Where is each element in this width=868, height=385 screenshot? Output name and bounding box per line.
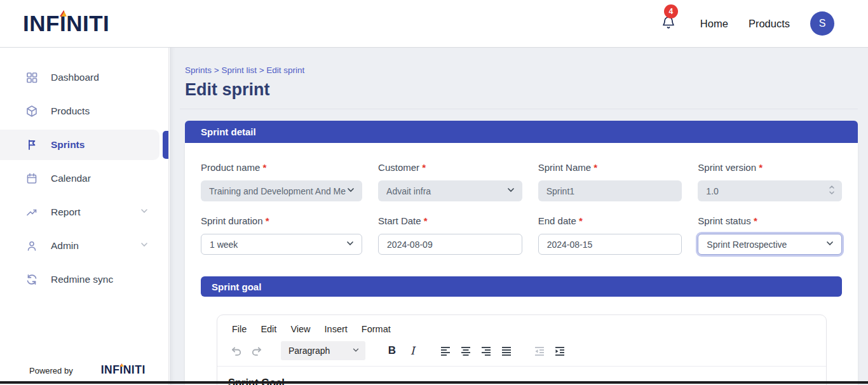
sprint-detail-header: Sprint detail bbox=[185, 121, 858, 143]
sprint-status-select[interactable]: Sprint Retrospective bbox=[698, 234, 842, 255]
editor-menu-format[interactable]: Format bbox=[356, 321, 397, 337]
sprint-version-stepper[interactable]: 1.0 bbox=[698, 180, 842, 201]
start-date-input[interactable]: 2024-08-09 bbox=[378, 234, 522, 255]
field-sprint-name: Sprint Name * Sprint1 bbox=[538, 162, 682, 201]
bell-icon bbox=[661, 21, 676, 32]
page-title: Edit sprint bbox=[185, 80, 858, 100]
main-content: Sprints > Sprint list > Edit sprint Edit… bbox=[170, 48, 868, 385]
editor-menubar: File Edit View Insert Format bbox=[217, 315, 826, 338]
outdent-icon[interactable] bbox=[529, 341, 550, 360]
admin-icon bbox=[25, 240, 38, 252]
align-justify-icon[interactable] bbox=[496, 341, 517, 360]
align-left-icon[interactable] bbox=[435, 341, 456, 360]
chevron-down-icon bbox=[351, 346, 360, 356]
editor-menu-file[interactable]: File bbox=[226, 321, 252, 337]
editor-menu-insert[interactable]: Insert bbox=[319, 321, 353, 337]
sprint-detail-form: Product name * Training and Development … bbox=[185, 143, 858, 276]
editor-menu-edit[interactable]: Edit bbox=[255, 321, 282, 337]
powered-by-logo: INFINITI bbox=[101, 363, 146, 377]
chevron-down-icon bbox=[139, 240, 149, 252]
sprint-goal-header: Sprint goal bbox=[201, 276, 842, 297]
calendar-icon bbox=[25, 172, 38, 185]
sidebar-item-dashboard[interactable]: Dashboard bbox=[0, 62, 159, 93]
sidebar-item-redmine-sync[interactable]: Redmine sync bbox=[0, 264, 159, 295]
field-sprint-duration: Sprint duration * 1 week bbox=[201, 215, 362, 255]
sprint-detail-card: Sprint detail Product name * Training an… bbox=[185, 121, 858, 385]
align-right-icon[interactable] bbox=[476, 341, 496, 360]
bold-button[interactable]: B bbox=[382, 341, 402, 360]
field-start-date: Start Date * 2024-08-09 bbox=[378, 215, 522, 255]
dashboard-icon bbox=[25, 71, 38, 84]
field-end-date: End date * 2024-08-15 bbox=[538, 215, 682, 255]
redo-icon[interactable] bbox=[247, 341, 267, 360]
stepper-arrows-icon bbox=[828, 184, 836, 198]
field-sprint-version: Sprint version * 1.0 bbox=[698, 162, 842, 201]
sidebar: Dashboard Products Sprints bbox=[0, 48, 169, 385]
rich-text-editor: File Edit View Insert Format bbox=[217, 314, 827, 385]
chevron-down-icon bbox=[139, 206, 149, 219]
sidebar-item-admin[interactable]: Admin bbox=[0, 231, 159, 261]
chevron-down-icon bbox=[345, 238, 355, 250]
active-indicator bbox=[163, 131, 168, 159]
app-logo: INFINITI bbox=[23, 11, 109, 36]
undo-icon[interactable] bbox=[226, 341, 247, 360]
top-header: INFINITI 4 Home Products S bbox=[0, 0, 868, 48]
field-customer: Customer * Advait infra bbox=[378, 162, 522, 201]
sidebar-item-calendar[interactable]: Calendar bbox=[0, 163, 159, 194]
sync-icon bbox=[25, 273, 38, 286]
field-product-name: Product name * Training and Development … bbox=[201, 162, 362, 201]
sprint-duration-select[interactable]: 1 week bbox=[201, 234, 362, 255]
logo-accent-icon: I bbox=[60, 11, 66, 36]
powered-by: Powered by INFINITI bbox=[29, 363, 146, 377]
products-icon bbox=[25, 105, 38, 118]
breadcrumb[interactable]: Sprints > Sprint list > Edit sprint bbox=[185, 65, 858, 75]
editor-toolbar: Paragraph B I bbox=[217, 338, 826, 367]
chevron-down-icon bbox=[506, 185, 516, 197]
sidebar-item-report[interactable]: Report bbox=[0, 197, 159, 227]
notifications-button[interactable]: 4 bbox=[661, 15, 676, 32]
end-date-input[interactable]: 2024-08-15 bbox=[538, 234, 682, 255]
notification-badge: 4 bbox=[664, 4, 678, 18]
user-avatar[interactable]: S bbox=[810, 11, 834, 36]
customer-select[interactable]: Advait infra bbox=[378, 180, 522, 201]
sidebar-item-sprints[interactable]: Sprints bbox=[0, 130, 159, 160]
divider bbox=[180, 109, 858, 109]
nav-home-link[interactable]: Home bbox=[700, 18, 728, 30]
editor-menu-view[interactable]: View bbox=[285, 321, 316, 337]
align-center-icon[interactable] bbox=[456, 341, 476, 360]
report-icon bbox=[25, 206, 38, 219]
chevron-down-icon bbox=[825, 238, 835, 250]
chevron-down-icon bbox=[346, 185, 356, 197]
indent-icon[interactable] bbox=[550, 341, 570, 360]
nav-products-link[interactable]: Products bbox=[749, 18, 790, 30]
sidebar-item-products[interactable]: Products bbox=[0, 96, 159, 126]
sprint-name-input[interactable]: Sprint1 bbox=[538, 180, 682, 201]
bottom-edge-bar bbox=[0, 381, 868, 384]
product-name-select[interactable]: Training and Development And Me bbox=[201, 180, 362, 201]
italic-button[interactable]: I bbox=[402, 341, 423, 360]
paragraph-format-select[interactable]: Paragraph bbox=[281, 341, 365, 360]
sprints-icon bbox=[25, 138, 38, 151]
field-sprint-status: Sprint status * Sprint Retrospective bbox=[698, 215, 842, 255]
